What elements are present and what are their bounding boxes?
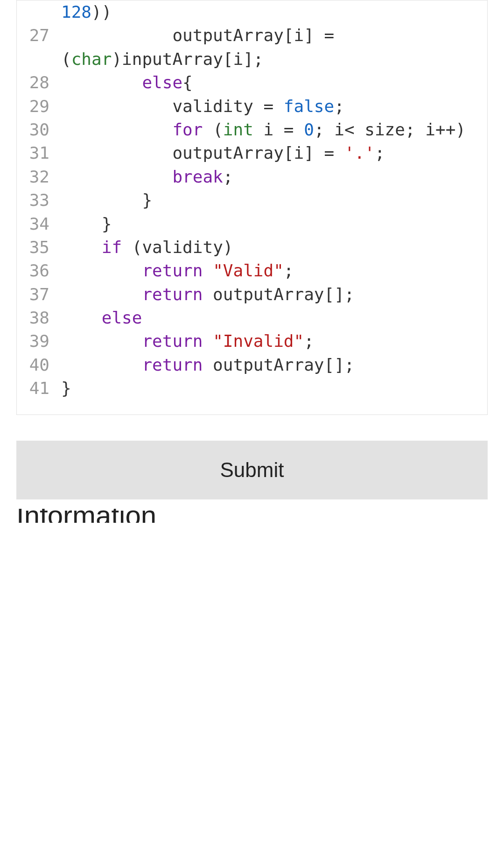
line-number: 34 <box>26 212 61 236</box>
line-content: outputArray[i] = (char)inputArray[i]; <box>61 24 478 71</box>
line-content: return "Invalid"; <box>61 330 478 353</box>
code-line[interactable]: 32 break; <box>26 165 478 189</box>
line-number: 29 <box>26 95 61 118</box>
code-token <box>61 261 142 280</box>
line-content: else <box>61 306 478 330</box>
code-token: return <box>142 261 203 280</box>
code-token: if <box>102 238 122 257</box>
code-token: char <box>71 49 112 69</box>
line-content: validity = false; <box>61 95 478 118</box>
line-number: 39 <box>26 330 61 353</box>
code-token: outputArray[i] = <box>61 143 344 162</box>
line-number: 38 <box>26 306 61 330</box>
code-token <box>61 167 172 186</box>
code-token <box>61 308 102 327</box>
line-number: 37 <box>26 283 61 306</box>
line-content: else{ <box>61 71 478 94</box>
code-token: } <box>61 190 152 210</box>
code-token: 128 <box>61 2 91 21</box>
line-content: } <box>61 377 478 400</box>
code-token: return <box>142 331 203 351</box>
code-token: else <box>142 73 182 92</box>
line-content: if (validity) <box>61 236 478 259</box>
code-token <box>61 73 142 92</box>
line-content: 128)) <box>61 0 478 24</box>
code-line[interactable]: 34 } <box>26 212 478 236</box>
code-token: return <box>142 285 203 304</box>
code-line[interactable]: 40 return outputArray[]; <box>26 353 478 377</box>
code-token: ; <box>375 143 385 162</box>
code-token: int <box>223 120 253 139</box>
line-number: 32 <box>26 165 61 189</box>
code-token: ; <box>223 167 233 186</box>
code-token: '.' <box>344 143 375 162</box>
line-number: 33 <box>26 189 61 212</box>
line-number: 36 <box>26 259 61 282</box>
code-token: } <box>61 214 112 233</box>
code-token <box>61 355 142 374</box>
code-token: validity = <box>61 97 284 116</box>
line-content: } <box>61 189 478 212</box>
code-token <box>61 285 142 304</box>
code-token: "Valid" <box>213 261 284 280</box>
code-token: ; <box>284 261 294 280</box>
line-number: 40 <box>26 353 61 377</box>
code-token: )) <box>91 2 112 21</box>
code-token <box>61 331 142 351</box>
code-line[interactable]: 36 return "Valid"; <box>26 259 478 282</box>
code-token: outputArray[]; <box>203 355 354 374</box>
line-number: 41 <box>26 377 61 400</box>
code-line[interactable]: 29 validity = false; <box>26 95 478 118</box>
code-line[interactable]: 28 else{ <box>26 71 478 94</box>
code-token: outputArray[]; <box>203 285 354 304</box>
code-token: )inputArray[i]; <box>112 49 263 69</box>
line-number: 28 <box>26 71 61 94</box>
code-line[interactable]: 37 return outputArray[]; <box>26 283 478 306</box>
section-heading: Information <box>16 509 488 523</box>
code-token: for <box>172 120 203 139</box>
code-line[interactable]: 39 return "Invalid"; <box>26 330 478 353</box>
code-token: false <box>284 97 334 116</box>
code-token: (validity) <box>122 238 233 257</box>
code-line[interactable]: 30 for (int i = 0; i< size; i++) <box>26 118 478 141</box>
line-number: 30 <box>26 118 61 141</box>
line-content: return outputArray[]; <box>61 353 478 377</box>
code-token: "Invalid" <box>213 331 304 351</box>
code-token: return <box>142 355 203 374</box>
line-content: } <box>61 212 478 236</box>
line-content: return "Valid"; <box>61 259 478 282</box>
code-token: else <box>102 308 142 327</box>
line-number: 35 <box>26 236 61 259</box>
line-content: for (int i = 0; i< size; i++) <box>61 118 478 141</box>
code-token <box>203 261 213 280</box>
line-content: outputArray[i] = '.'; <box>61 141 478 165</box>
code-editor[interactable]: 128))27 outputArray[i] = (char)inputArra… <box>16 0 488 415</box>
code-line[interactable]: 33 } <box>26 189 478 212</box>
code-token: ; i< size; i++) <box>314 120 466 139</box>
line-content: return outputArray[]; <box>61 283 478 306</box>
line-number: 31 <box>26 141 61 165</box>
line-content: break; <box>61 165 478 189</box>
code-token: break <box>172 167 223 186</box>
code-line[interactable]: 128)) <box>26 0 478 24</box>
code-token: ( <box>203 120 223 139</box>
code-token: i = <box>253 120 304 139</box>
code-token <box>61 238 102 257</box>
code-line[interactable]: 31 outputArray[i] = '.'; <box>26 141 478 165</box>
code-token: { <box>182 73 193 92</box>
code-token: } <box>61 379 71 398</box>
code-line[interactable]: 35 if (validity) <box>26 236 478 259</box>
code-token <box>203 331 213 351</box>
code-token: 0 <box>304 120 314 139</box>
code-token <box>61 120 172 139</box>
code-line[interactable]: 38 else <box>26 306 478 330</box>
line-number: 27 <box>26 24 61 47</box>
code-line[interactable]: 27 outputArray[i] = (char)inputArray[i]; <box>26 24 478 71</box>
code-line[interactable]: 41} <box>26 377 478 400</box>
code-token: ; <box>334 97 344 116</box>
code-token: ; <box>304 331 314 351</box>
submit-button[interactable]: Submit <box>16 441 488 499</box>
